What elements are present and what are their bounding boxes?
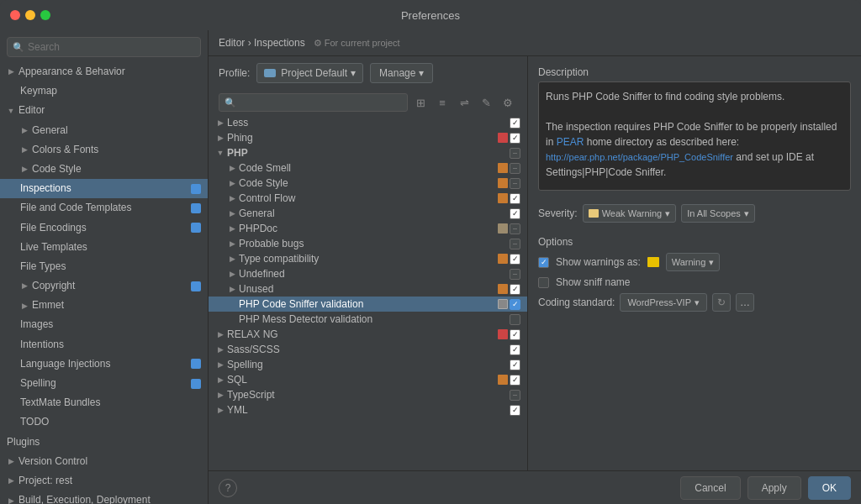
- inspection-item-type-compatibility[interactable]: ▶ Type compatibility ✓: [209, 251, 527, 266]
- cancel-button[interactable]: Cancel: [680, 476, 740, 500]
- inspection-item-unused[interactable]: ▶ Unused ✓: [209, 281, 527, 297]
- sidebar-search-box[interactable]: 🔍: [7, 37, 201, 57]
- inspections-badge: [191, 184, 201, 194]
- sidebar-search-input[interactable]: [28, 41, 195, 53]
- inspection-checkbox[interactable]: ✓: [510, 360, 520, 370]
- inspection-checkbox[interactable]: ✓: [510, 375, 520, 386]
- coding-standard-dropdown[interactable]: WordPress-VIP ▾: [620, 293, 707, 312]
- apply-button[interactable]: Apply: [747, 476, 801, 500]
- inspection-checkbox[interactable]: [510, 314, 520, 325]
- coding-refresh-button[interactable]: ↻: [712, 293, 731, 312]
- inspection-item-phpdoc[interactable]: ▶ PHPDoc –: [209, 221, 527, 236]
- inspection-checkbox[interactable]: ✓: [510, 193, 520, 204]
- inspection-checkbox[interactable]: ✓: [510, 118, 520, 129]
- show-sniff-checkbox[interactable]: ✓: [538, 277, 549, 288]
- filter-button[interactable]: ⊞: [411, 93, 430, 112]
- sidebar-item-appearance[interactable]: ▶ Appearance & Behavior: [0, 62, 208, 81]
- show-warnings-checkbox[interactable]: ✓: [538, 257, 549, 268]
- maximize-button[interactable]: [40, 10, 50, 20]
- inspection-search-input[interactable]: [240, 97, 402, 108]
- inspection-item-spelling[interactable]: ▶ Spelling ✓: [209, 357, 527, 372]
- minimize-button[interactable]: [25, 10, 35, 20]
- sidebar-item-build[interactable]: ▶ Build, Execution, Deployment: [0, 491, 208, 504]
- sidebar-item-file-code-templates[interactable]: File and Code Templates: [0, 198, 208, 218]
- sidebar-item-live-templates[interactable]: Live Templates: [0, 238, 208, 257]
- sidebar-item-language-injections[interactable]: Language Injections: [0, 354, 208, 374]
- help-button[interactable]: ?: [219, 479, 237, 497]
- scope-dropdown[interactable]: In All Scopes ▾: [681, 204, 755, 223]
- manage-button[interactable]: Manage ▾: [370, 63, 433, 83]
- sidebar-item-project-rest[interactable]: ▶ Project: rest: [0, 471, 208, 491]
- inspection-name: Type compatibility: [239, 252, 496, 265]
- inspection-item-undefined[interactable]: ▶ Undefined –: [209, 266, 527, 281]
- coding-more-button[interactable]: …: [736, 293, 754, 312]
- inspection-item-sql[interactable]: ▶ SQL ✓: [209, 372, 527, 387]
- inspection-item-phing[interactable]: ▶ Phing ✓: [209, 130, 527, 145]
- settings-button[interactable]: ⚙: [499, 93, 517, 112]
- sidebar-item-colors-fonts[interactable]: ▶ Colors & Fonts: [0, 140, 208, 160]
- ok-button[interactable]: OK: [808, 476, 851, 500]
- inspection-checkbox[interactable]: –: [510, 148, 520, 159]
- inspection-checkbox[interactable]: –: [510, 163, 520, 174]
- profile-dropdown[interactable]: Project Default ▾: [256, 63, 363, 83]
- inspection-checkbox[interactable]: –: [510, 269, 520, 280]
- sidebar-item-intentions[interactable]: Intentions: [0, 335, 208, 354]
- arrow-icon: ▶: [215, 118, 225, 127]
- sidebar-item-code-style[interactable]: ▶ Code Style: [0, 160, 208, 179]
- inspection-checkbox[interactable]: –: [510, 239, 520, 249]
- warning-dropdown[interactable]: Warning ▾: [666, 253, 721, 271]
- sniffer-link[interactable]: http://pear.php.net/package/PHP_CodeSnif…: [546, 152, 733, 162]
- inspection-item-control-flow[interactable]: ▶ Control Flow ✓: [209, 191, 527, 206]
- sidebar-item-textmate-bundles[interactable]: TextMate Bundles: [0, 393, 208, 412]
- inspection-checkbox[interactable]: ✓: [510, 284, 520, 295]
- inspection-checkbox[interactable]: ✓: [510, 254, 520, 265]
- inspection-item-sass-scss[interactable]: ▶ Sass/SCSS ✓: [209, 342, 527, 357]
- inspection-item-general[interactable]: ▶ General ✓: [209, 206, 527, 221]
- sidebar-item-images[interactable]: Images: [0, 315, 208, 334]
- inspection-item-probable-bugs[interactable]: ▶ Probable bugs –: [209, 236, 527, 251]
- inspection-item-php-code-sniffer[interactable]: PHP Code Sniffer validation ✓: [209, 297, 527, 312]
- inspection-name: PHPDoc: [239, 222, 496, 235]
- sidebar-item-version-control[interactable]: ▶ Version Control: [0, 452, 208, 471]
- inspection-checkbox[interactable]: –: [510, 390, 520, 401]
- sidebar-item-inspections[interactable]: Inspections: [0, 179, 208, 198]
- inspection-item-code-style[interactable]: ▶ Code Style –: [209, 176, 527, 191]
- inspection-checkbox[interactable]: ✓: [510, 299, 520, 310]
- inspection-checkbox[interactable]: ✓: [510, 208, 520, 219]
- description-section: Description Runs PHP Code Sniffer to fin…: [538, 66, 851, 191]
- inspection-item-php[interactable]: ▼ PHP –: [209, 145, 527, 160]
- sidebar-item-plugins[interactable]: Plugins: [0, 433, 208, 452]
- warning-value: Warning: [672, 257, 706, 267]
- toolbar-search-box[interactable]: 🔍: [219, 93, 408, 112]
- sidebar-item-file-types[interactable]: File Types: [0, 257, 208, 276]
- sidebar-item-spelling[interactable]: Spelling: [0, 374, 208, 393]
- inspection-checkbox[interactable]: –: [510, 223, 520, 234]
- inspection-item-php-mess-detector[interactable]: PHP Mess Detector validation: [209, 312, 527, 327]
- inspection-checkbox[interactable]: –: [510, 178, 520, 189]
- sidebar-item-general[interactable]: ▶ General: [0, 121, 208, 140]
- inspection-checkbox[interactable]: ✓: [510, 344, 520, 355]
- severity-dropdown[interactable]: Weak Warning ▾: [583, 204, 677, 223]
- edit-button[interactable]: ✎: [477, 93, 495, 112]
- inspection-item-typescript[interactable]: ▶ TypeScript –: [209, 387, 527, 402]
- close-button[interactable]: [10, 10, 20, 20]
- inspection-item-less[interactable]: ▶ Less ✓: [209, 115, 527, 130]
- inspection-checkbox[interactable]: ✓: [510, 329, 520, 340]
- inspection-checkbox[interactable]: ✓: [510, 133, 520, 144]
- dropdown-arrow-icon: ▾: [665, 208, 670, 219]
- title-bar: Preferences: [0, 0, 861, 30]
- inspection-item-code-smell[interactable]: ▶ Code Smell –: [209, 160, 527, 176]
- inspection-item-yml[interactable]: ▶ YML ✓: [209, 402, 527, 417]
- inspection-item-relax-ng[interactable]: ▶ RELAX NG ✓: [209, 327, 527, 342]
- expand-button[interactable]: ≡: [433, 93, 452, 112]
- collapse-button[interactable]: ⇌: [455, 93, 473, 112]
- pear-link[interactable]: PEAR: [557, 136, 584, 148]
- sidebar-item-copyright[interactable]: ▶ Copyright: [0, 276, 208, 296]
- dropdown-arrow-icon: ▾: [695, 297, 700, 308]
- inspection-checkbox[interactable]: ✓: [510, 405, 520, 416]
- sidebar-item-todo[interactable]: TODO: [0, 412, 208, 432]
- sidebar-item-editor[interactable]: ▼ Editor: [0, 101, 208, 120]
- sidebar-item-keymap[interactable]: Keymap: [0, 81, 208, 101]
- sidebar-item-emmet[interactable]: ▶ Emmet: [0, 296, 208, 315]
- sidebar-item-file-encodings[interactable]: File Encodings: [0, 218, 208, 238]
